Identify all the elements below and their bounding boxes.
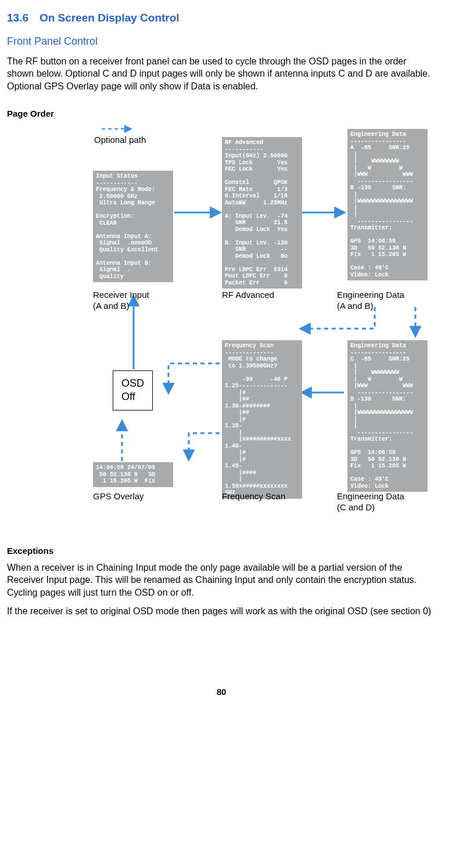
osd-frequency-scan: Frequency Scan -------------- MODE to ch… xyxy=(222,340,302,499)
page-number: 80 xyxy=(7,687,436,698)
exceptions-label: Exceptions xyxy=(7,546,93,557)
osd-gps-overlay: 14:06:59 24/07/09 50 52.136 N 3D 1 15.20… xyxy=(93,462,173,487)
caption-gps: GPS Overlay xyxy=(93,491,144,502)
section-title: On Screen Display Control xyxy=(40,12,180,24)
osd-engineering-cd: Engineering Data ---------------- C -65 … xyxy=(347,340,428,492)
optional-path-label: Optional path xyxy=(94,135,146,146)
caption-rf-advanced: RF Advanced xyxy=(222,290,274,301)
osd-rf-advanced: RF Advanced ----------- Input(GHz) 2.500… xyxy=(222,137,302,289)
osd-input-status: Input Status ------------ Frequency & Mo… xyxy=(93,171,173,282)
caption-eng-ab: Engineering Data (A and B) xyxy=(337,290,404,312)
caption-receiver-input: Receiver Input (A and B) xyxy=(93,290,149,312)
caption-freq-scan: Frequency Scan xyxy=(222,491,285,502)
osd-off-box: OSD Off xyxy=(113,370,153,410)
subheading: Front Panel Control xyxy=(7,35,436,48)
exceptions-paragraph-2: If the receiver is set to original OSD m… xyxy=(7,605,436,618)
page-order-diagram: Optional path Input Status ------------ … xyxy=(93,120,436,538)
section-number: 13.6 xyxy=(7,11,28,25)
caption-eng-cd: Engineering Data (C and D) xyxy=(337,491,404,513)
osd-engineering-ab: Engineering Data ---------------- A -65 … xyxy=(347,129,428,280)
intro-paragraph: The RF button on a receiver front panel … xyxy=(7,55,436,93)
page-order-label: Page Order xyxy=(7,109,93,120)
exceptions-paragraph-1: When a receiver is in Chaining Input mod… xyxy=(7,561,436,599)
